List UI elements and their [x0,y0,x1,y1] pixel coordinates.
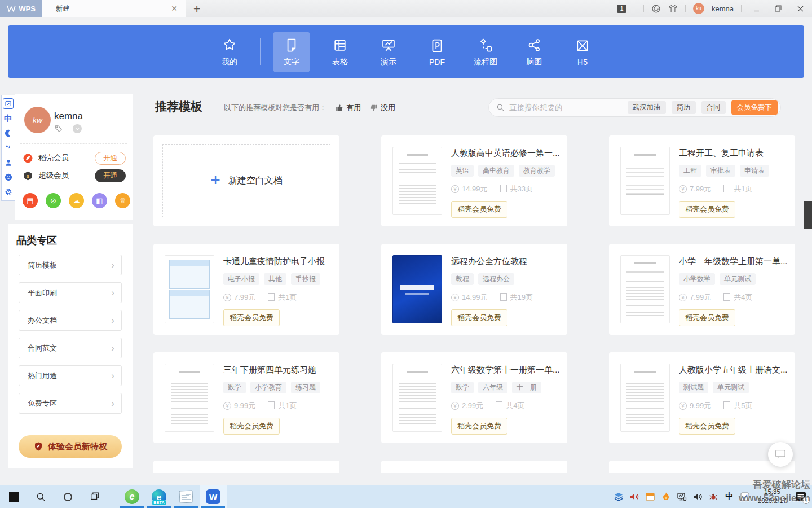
start-button[interactable] [0,485,27,508]
nav-item[interactable]: 脑图 [515,32,553,72]
template-card[interactable]: 人教版高中英语必修一第一... 英语高中教育教育教学 ¥ 14.99元 共33页… [381,135,567,226]
close-button[interactable] [793,2,807,15]
nav-item[interactable]: PDF [418,32,456,72]
action-center-button[interactable]: 1 [794,491,807,503]
search-hot-tag[interactable]: 简历 [672,101,696,114]
template-card[interactable]: 三年下册第四单元练习题 数学小学教育练习题 ¥ 9.99元 共1页 稻壳会员免费 [153,352,339,443]
template-card[interactable]: 六年级数学第十一册第一单... 数学六年级十一册 ¥ 2.99元 共4页 稻壳会… [381,352,567,443]
night-icon[interactable] [3,126,14,140]
category-item[interactable]: 免费专区 › [19,393,122,414]
bug-icon[interactable] [708,492,719,502]
template-tag[interactable]: 十一册 [512,382,541,393]
layers-icon[interactable] [614,492,624,502]
template-card[interactable]: 人教版小学五年级上册语文... 测试题单元测试 ¥ 9.99元 共5页 稻壳会员… [609,352,795,443]
open-membership-button[interactable]: 开通 [95,169,126,182]
feedback-chat-button[interactable] [768,442,793,467]
tag-icon[interactable] [54,124,63,133]
privileges-icon[interactable]: ♕ [115,193,130,208]
account-icon[interactable] [3,156,14,169]
template-card-partial[interactable] [609,461,795,473]
cloud-space-icon[interactable]: ☁ [69,193,84,208]
template-tag[interactable]: 单元测试 [720,273,756,285]
notepad-app[interactable] [173,485,200,508]
newdoc-tool-icon[interactable] [3,98,14,109]
category-item[interactable]: 简历模板 › [19,255,122,275]
template-card-partial[interactable] [381,461,567,473]
member-free-download-button[interactable]: 会员免费下 [731,100,778,115]
username[interactable]: kemna [712,5,734,13]
template-tag[interactable]: 英语 [451,165,474,177]
category-item[interactable]: 平面印刷 › [19,282,122,303]
nav-item[interactable]: 我的 [211,32,248,72]
nav-item[interactable]: 演示 [370,32,407,72]
template-card[interactable]: 卡通儿童疫情防护电子小报 电子小报其他手抄报 ¥ 7.99元 共1页 稻壳会员免… [153,244,339,335]
flame-icon[interactable] [661,492,672,502]
pictures-icon[interactable]: ◧ [92,193,107,208]
template-tag[interactable]: 练习题 [291,382,320,393]
template-tag[interactable]: 工程 [679,165,701,177]
voice-icon[interactable] [3,141,14,155]
category-item[interactable]: 办公文档 › [19,310,122,331]
skin-icon[interactable] [668,4,678,14]
new-tab-button[interactable]: + [193,3,200,15]
open-membership-button[interactable]: 开通 [95,152,126,165]
template-tag[interactable]: 高中教育 [478,165,514,177]
smile-icon[interactable] [3,170,14,184]
template-tag[interactable]: 小学教育 [250,382,286,393]
no-ads-icon[interactable]: ⊘ [46,193,61,208]
update-icon[interactable] [651,4,661,14]
wps-tray-icon[interactable] [740,492,751,502]
cortana-button[interactable] [54,485,81,508]
profile-avatar[interactable]: kw [24,107,51,133]
template-tag[interactable]: 测试题 [679,382,708,393]
wps-menu-button[interactable]: WPS [0,0,42,17]
template-tag[interactable]: 电子小报 [223,273,259,285]
window-orange-icon[interactable] [645,492,656,502]
scrollbar-thumb[interactable] [804,201,812,229]
search-input[interactable] [509,103,622,112]
chevron-down-icon[interactable] [73,124,82,133]
template-card-partial[interactable] [153,461,339,473]
search-hot-tag[interactable]: 合同 [701,101,726,114]
gear-icon[interactable] [3,185,14,199]
minimize-button[interactable] [749,2,764,15]
templates-icon[interactable]: ▤ [23,193,38,208]
volume-dark-icon[interactable] [692,492,703,502]
document-tab[interactable]: 新建 ✕ [42,0,186,17]
template-tag[interactable]: 小学数学 [679,273,715,285]
browser-360-app[interactable]: e [118,485,145,508]
template-tag[interactable]: 数学 [223,382,246,393]
template-card[interactable]: 工程开工、复工申请表 工程审批表申请表 ¥ 7.99元 共1页 稻壳会员免费 [609,135,795,226]
task-view-button[interactable] [81,485,108,508]
template-tag[interactable]: 其他 [264,273,286,285]
tab-close-icon[interactable]: ✕ [169,4,180,13]
ime-blue-icon[interactable]: 中 [3,112,14,125]
message-count-badge[interactable]: 1 [617,5,626,13]
nav-item[interactable]: 表格 [321,32,359,72]
nav-item[interactable]: 流程图 [467,32,504,72]
vip-trial-button[interactable]: 体验会员新特权 [19,435,122,458]
template-card[interactable]: 远程办公全方位教程 教程远程办公 ¥ 14.99元 共19页 稻壳会员免费 [381,244,567,335]
nav-item[interactable]: 文字 [273,32,310,72]
template-card[interactable]: 小学二年级数学上册第一单... 小学数学单元测试 ¥ 7.99元 共4页 稻壳会… [609,244,795,335]
netmon-icon[interactable] [677,492,687,502]
useless-button[interactable]: 没用 [370,103,395,113]
template-tag[interactable]: 教程 [451,273,474,285]
search-hot-tag[interactable]: 武汉加油 [628,101,666,114]
restore-button[interactable] [771,2,785,15]
volume-red-icon[interactable] [629,492,640,502]
new-blank-document-card[interactable]: + 新建空白文档 [153,135,339,226]
taskbar-search-button[interactable] [27,485,54,508]
category-item[interactable]: 合同范文 › [19,338,122,358]
wps-app[interactable]: W [200,485,227,508]
template-tag[interactable]: 远程办公 [478,273,514,285]
edge-beta-app[interactable]: eBETA [145,485,173,508]
template-tag[interactable]: 单元测试 [713,382,749,393]
template-tag[interactable]: 数学 [451,382,474,393]
category-item[interactable]: 热门用途 › [19,365,122,386]
taskbar-clock[interactable]: 15:35 2020/2/17 [758,488,787,505]
template-tag[interactable]: 审批表 [706,165,735,177]
template-tag[interactable]: 申请表 [740,165,769,177]
user-avatar[interactable]: ku [693,3,704,14]
template-tag[interactable]: 教育教学 [519,165,555,177]
